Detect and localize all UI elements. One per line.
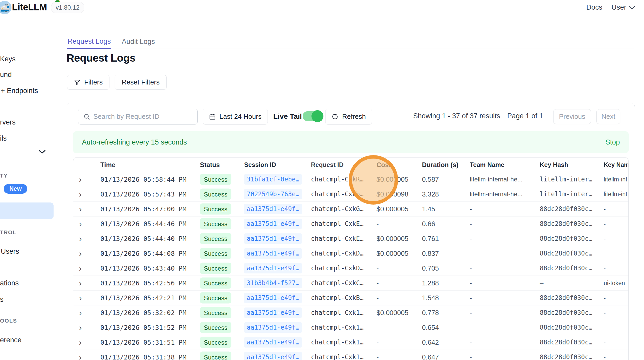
row-expand-chevron-icon[interactable]: › [76,338,84,346]
row-expand-chevron-icon[interactable]: › [76,353,84,360]
table-row[interactable]: › 01/13/2026 05:31:38 PM Success aa1375d… [73,350,628,360]
cell-time: 01/13/2026 05:57:43 PM [100,191,186,198]
table-row[interactable]: › 01/13/2026 05:31:51 PM Success aa1375d… [73,335,628,350]
sidebar-item-mcp-servers[interactable]: rvers [0,118,16,126]
cell-duration: 1.288 [422,279,439,287]
cell-cost: - [376,353,379,360]
cell-duration: 0.761 [422,235,439,243]
session-id-link[interactable]: aa1375d1-e49f… [244,324,302,331]
previous-page-button[interactable]: Previous [553,109,591,124]
filters-button[interactable]: Filters [67,75,109,90]
next-page-button[interactable]: Next [596,109,620,124]
sidebar-item-models-endpoints[interactable]: + Endpoints [1,87,38,95]
live-tail-label: Live Tail [273,112,302,121]
status-badge: Success [200,353,231,360]
session-id-link[interactable]: 31b3b4b4-f527… [244,279,302,287]
sidebar-item-virtual-keys[interactable]: Keys [0,55,16,63]
session-id-link[interactable]: aa1375d1-e49f… [244,339,302,346]
column-header-key-name: Key Name [604,161,629,168]
row-expand-chevron-icon[interactable]: › [76,234,84,243]
table-row[interactable]: › 01/13/2026 05:57:43 PM Success 7022549… [73,187,628,202]
session-id-link[interactable]: 31bfa1cf-0ebe… [244,176,302,183]
sidebar-item-playground[interactable]: und [0,71,12,79]
cell-duration: 0.642 [422,338,439,346]
table-row[interactable]: › 01/13/2026 05:58:44 PM Success 31bfa1c… [73,172,628,187]
table-row[interactable]: › 01/13/2026 05:31:52 PM Success aa1375d… [73,320,628,335]
live-tail-toggle[interactable] [303,111,321,121]
table-row[interactable]: › 01/13/2026 05:43:40 PM Success aa1375d… [73,261,628,276]
reset-filters-button[interactable]: Reset Filters [115,75,167,90]
sidebar-item-organizations[interactable]: ations [0,279,19,287]
cell-cost: - [376,279,379,287]
cell-key-hash: 88dc28d0f030c… [540,294,592,302]
row-expand-chevron-icon[interactable]: › [76,309,84,317]
cell-cost: $0.000005 [376,205,408,213]
status-badge: Success [200,309,231,317]
sidebar-item-guardrails[interactable]: ils [0,134,7,142]
column-header-key-hash: Key Hash [540,161,568,168]
tab-request-logs[interactable]: Request Logs [67,34,111,49]
session-id-link[interactable]: aa1375d1-e49f… [244,220,302,227]
cell-key-name: - [604,265,606,272]
row-expand-chevron-icon[interactable]: › [76,220,84,228]
cell-duration: 1.548 [422,294,439,302]
row-expand-chevron-icon[interactable]: › [76,323,84,332]
tab-audit-logs[interactable]: Audit Logs [118,34,159,49]
row-expand-chevron-icon[interactable]: › [76,264,84,272]
session-id-link[interactable]: aa1375d1-e49f… [244,235,302,242]
status-badge: Success [200,220,231,228]
session-id-link[interactable]: aa1375d1-e49f… [244,205,302,213]
table-row[interactable]: › 01/13/2026 05:47:00 PM Success aa1375d… [73,202,628,217]
table-row[interactable]: › 01/13/2026 05:44:40 PM Success aa1375d… [73,231,628,246]
row-expand-chevron-icon[interactable]: › [76,294,84,302]
session-id-link[interactable]: aa1375d1-e49f… [244,294,302,302]
status-badge: Success [200,338,231,346]
cell-key-name: - [604,220,606,227]
row-expand-chevron-icon[interactable]: › [76,279,84,287]
results-summary: Showing 1 - 37 of 37 results [413,112,500,120]
session-id-link[interactable]: 7022549b-763e… [244,191,302,198]
cell-team-name: - [470,294,472,302]
sidebar-item-logs-selected[interactable] [0,202,54,219]
status-badge: Success [200,279,231,287]
top-header: 🚅 LiteLLM 🎄 v1.80.12 Docs User [0,0,644,15]
cell-key-hash: 88dc28d0f030c… [540,220,592,227]
column-header-duration: Duration (s) [422,161,458,168]
docs-link[interactable]: Docs [586,3,602,11]
row-expand-chevron-icon[interactable]: › [76,249,84,258]
cell-key-hash: – [540,279,543,287]
cell-key-name: ui-token [604,280,625,287]
table-row[interactable]: › 01/13/2026 05:44:46 PM Success aa1375d… [73,217,628,231]
funnel-icon [74,79,81,86]
session-id-link[interactable]: aa1375d1-e49f… [244,354,302,360]
sidebar-item-api-reference[interactable]: erence [0,336,22,344]
row-expand-chevron-icon[interactable]: › [76,205,84,213]
litellm-logo-icon: 🚅 [0,1,11,14]
status-badge: Success [200,324,231,332]
cell-key-hash: 88dc28d0f030c… [540,250,592,257]
cell-key-hash: 88dc28d0f030c… [540,205,592,213]
time-range-button[interactable]: Last 24 Hours [203,109,268,125]
table-row[interactable]: › 01/13/2026 05:44:08 PM Success aa1375d… [73,246,628,261]
cell-team-name: - [470,354,472,360]
refresh-button[interactable]: Refresh [325,109,372,125]
auto-refresh-message: Auto-refreshing every 15 seconds [82,138,187,146]
session-id-link[interactable]: aa1375d1-e49f… [244,309,302,316]
cell-key-hash: 88dc28d0f030c… [540,324,592,331]
row-expand-chevron-icon[interactable]: › [76,175,84,184]
sidebar-item-internal-users[interactable]: Users [1,247,19,256]
sidebar-collapse-chevron-icon[interactable] [38,150,46,154]
session-id-link[interactable]: aa1375d1-e49f… [244,265,302,272]
stop-auto-refresh-link[interactable]: Stop [605,138,620,146]
table-row[interactable]: › 01/13/2026 05:42:21 PM Success aa1375d… [73,291,628,305]
user-menu[interactable]: User [612,3,635,11]
table-row[interactable]: › 01/13/2026 05:32:02 PM Success aa1375d… [73,305,628,320]
row-expand-chevron-icon[interactable]: › [76,190,84,198]
search-input[interactable] [93,113,190,121]
session-id-link[interactable]: aa1375d1-e49f… [244,250,302,257]
cell-key-hash: litellm-inter… [540,191,592,198]
cell-time: 01/13/2026 05:44:46 PM [100,220,186,228]
sidebar-item-teams[interactable]: s [0,296,4,304]
cell-team-name: litellm-internal-he... [470,176,523,183]
table-row[interactable]: › 01/13/2026 05:42:56 PM Success 31b3b4b… [73,276,628,291]
